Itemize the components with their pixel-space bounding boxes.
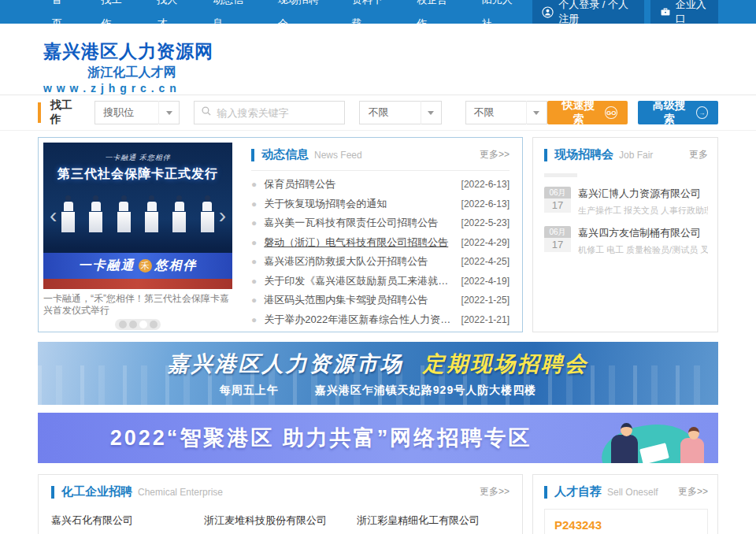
stage-floor <box>43 279 232 289</box>
date-badge: 06月 17 <box>544 226 571 256</box>
chemical-enterprise-more-link[interactable]: 更多>> <box>480 485 510 499</box>
bullet-icon: ● <box>251 314 257 325</box>
news-item[interactable]: ●港区码头范围内集卡驾驶员招聘公告[2022-1-25] <box>251 291 510 310</box>
company-entry-label: 企业入口 <box>676 0 709 26</box>
job-fair-section: 现场招聘会 Job Fair 更多 06月 17 嘉兴汇博人力资源有限公司 生产… <box>532 137 718 332</box>
carousel-next-button[interactable]: › <box>214 203 231 228</box>
filter-select-2[interactable]: 不限 <box>465 101 547 124</box>
talent-card[interactable]: P243243 男 ｜ 嘉兴市-嘉兴港区 ｜ 八年以上 <box>544 509 708 534</box>
news-feed-subtitle: News Feed <box>314 150 362 161</box>
nav-item-school-coop[interactable]: 校企合作 <box>402 0 467 35</box>
news-item[interactable]: ●磐动（浙江）电气科技有限公司招聘公告[2022-4-29] <box>251 233 510 253</box>
advanced-search-button[interactable]: 高级搜索 → <box>638 101 718 124</box>
news-item[interactable]: ●嘉兴港区消防救援大队公开招聘公告[2022-4-25] <box>251 252 510 272</box>
search-tab-label: 找工作 <box>50 98 82 127</box>
nav-item-news[interactable]: 动态信息 <box>198 0 263 35</box>
chemical-enterprise-section: 化工企业招聘 Chemical Enterprise 更多>> 嘉兴石化有限公司… <box>38 474 523 534</box>
user-icon <box>542 6 554 18</box>
nav-item-find-job[interactable]: 找工作 <box>87 0 143 35</box>
bullet-icon: ● <box>251 276 257 287</box>
job-fair-item[interactable]: 06月 17 嘉兴四方友信制桶有限公司 机修工 电工 质量检验员/测试员 叉车.… <box>544 226 708 256</box>
slide-title: 第三代社会保障卡正式发行 <box>43 166 232 183</box>
carousel-dot[interactable] <box>150 321 158 328</box>
chevron-down-icon <box>526 101 547 124</box>
job-fair-item[interactable]: 06月 17 嘉兴汇博人力资源有限公司 生产操作工 报关文员 人事行政助理... <box>544 187 708 217</box>
divider <box>544 173 577 177</box>
top-nav: 首 页 找工作 找人才 动态信息 现场招聘会 资料下载 校企合作 阳光人社 个人… <box>0 0 756 24</box>
banner1-title-white: 嘉兴港区人力资源市场 <box>168 352 404 376</box>
news-item[interactable]: ●保育员招聘公告[2022-6-13] <box>251 175 510 195</box>
job-fair-company-link[interactable]: 嘉兴四方友信制桶有限公司 <box>578 226 708 240</box>
personal-login-button[interactable]: 个人登录 / 个人注册 <box>532 0 644 24</box>
talent-subtitle: Sell Oneself <box>607 487 658 498</box>
company-entry-button[interactable]: 企业入口 <box>650 0 718 24</box>
quick-search-button[interactable]: 快速搜索 GO <box>547 101 628 124</box>
advanced-search-label: 高级搜索 <box>648 98 691 127</box>
carousel-caption[interactable]: 一卡融通，“禾”您相伴！第三代社会保障卡嘉兴首发仪式举行 <box>43 293 232 317</box>
news-more-link[interactable]: 更多>> <box>480 148 510 161</box>
people-illustration <box>573 413 718 463</box>
section-accent-bar <box>544 486 547 499</box>
carousel-slide[interactable]: 一卡融通 禾您相伴 第三代社会保障卡正式发行 一卡融通 禾 悠相伴 ‹ <box>43 143 232 289</box>
date-badge: 06月 17 <box>544 187 571 217</box>
nav-item-job-fair[interactable]: 现场招聘会 <box>264 0 338 35</box>
company-card: 浙江麦堆科技股份有限公司 销售专员 会计 土建主管 <box>204 514 357 534</box>
carousel-dot[interactable] <box>119 321 127 328</box>
company-name-link[interactable]: 嘉兴石化有限公司 <box>51 514 204 528</box>
banner1-address: 嘉兴港区乍浦镇天妃路929号人防大楼四楼 <box>315 384 536 398</box>
arrow-right-icon: → <box>696 106 708 119</box>
online-recruitment-banner[interactable]: 2022“智聚港区 助力共富”网络招聘专区 <box>38 413 718 463</box>
bullet-icon: ● <box>251 295 257 306</box>
slide-banner-strip: 一卡融通 禾 悠相伴 <box>43 253 232 279</box>
talent-title: 人才自荐 <box>554 484 602 499</box>
company-name-link[interactable]: 浙江麦堆科技股份有限公司 <box>204 514 357 528</box>
news-item[interactable]: ●关于举办2022年港区新春综合性人力资源暨春风...[2022-1-21] <box>251 310 510 330</box>
he-logo-icon: 禾 <box>139 259 152 273</box>
company-card: 嘉兴石化有限公司 工艺员 设备管理 警卫（残疾工） <box>51 514 204 534</box>
nav-item-find-talent[interactable]: 找人才 <box>143 0 198 35</box>
carousel-dot-active[interactable] <box>139 321 147 328</box>
banner2-title: 2022“智聚港区 助力共富”网络招聘专区 <box>38 424 573 452</box>
chevron-down-icon <box>158 101 179 124</box>
news-item[interactable]: ●关于印发《嘉兴港区鼓励新员工来港就业补助操作...[2022-4-19] <box>251 272 510 291</box>
job-fair-positions: 生产操作工 报关文员 人事行政助理... <box>578 205 708 217</box>
nav-item-downloads[interactable]: 资料下载 <box>338 0 402 35</box>
bullet-icon: ● <box>251 237 257 248</box>
job-fair-title: 现场招聘会 <box>554 147 613 162</box>
carousel-prev-button[interactable]: ‹ <box>45 203 61 228</box>
news-item[interactable]: ●关于恢复现场招聘会的通知[2022-6-13] <box>251 195 510 214</box>
bullet-icon: ● <box>251 256 257 267</box>
carousel-dot[interactable] <box>129 321 137 328</box>
filter-2-value: 不限 <box>466 106 526 120</box>
site-name: 嘉兴港区人力资源网 <box>43 39 220 64</box>
keyword-search-input[interactable] <box>217 107 338 119</box>
personal-login-label: 个人登录 / 个人注册 <box>558 0 635 26</box>
news-feed-section: 动态信息 News Feed 更多>> ●保育员招聘公告[2022-6-13] … <box>237 138 522 332</box>
carousel: 一卡融通 禾您相伴 第三代社会保障卡正式发行 一卡融通 禾 悠相伴 ‹ <box>39 138 237 332</box>
news-panel: 一卡融通 禾您相伴 第三代社会保障卡正式发行 一卡融通 禾 悠相伴 ‹ <box>38 137 523 332</box>
nav-item-home[interactable]: 首 页 <box>38 0 87 35</box>
job-market-banner[interactable]: 嘉兴港区人力资源市场 定期现场招聘会 每周五上午 嘉兴港区乍浦镇天妃路929号人… <box>38 342 718 405</box>
news-feed-title: 动态信息 <box>261 147 309 162</box>
banner1-schedule: 每周五上午 <box>220 384 279 398</box>
filter-select-1[interactable]: 不限 <box>359 101 441 124</box>
talent-more-link[interactable]: 更多>> <box>678 485 708 499</box>
talent-id-link[interactable]: P243243 <box>554 518 698 532</box>
briefcase-icon <box>660 6 671 17</box>
chemical-enterprise-title: 化工企业招聘 <box>61 484 132 499</box>
chevron-down-icon <box>421 101 441 124</box>
nav-item-sunshine-hr[interactable]: 阳光人社 <box>468 0 532 35</box>
site-url: w w w . z j h g r c . c n <box>43 82 220 95</box>
search-bar: 找工作 搜职位 不限 不限 快速搜索 GO 高级搜索 → <box>0 95 756 131</box>
company-name-link[interactable]: 浙江彩皇精细化工有限公司 <box>357 514 510 528</box>
orange-accent-bar <box>38 102 41 123</box>
news-item[interactable]: ●嘉兴美一瓦科技有限责任公司招聘公告[2022-5-23] <box>251 213 510 233</box>
bullet-icon: ● <box>251 198 257 210</box>
bullet-icon: ● <box>251 179 257 190</box>
section-accent-bar <box>544 149 547 161</box>
job-fair-subtitle: Job Fair <box>619 150 653 161</box>
search-category-select[interactable]: 搜职位 <box>94 101 180 124</box>
job-fair-more-link[interactable]: 更多 <box>689 148 708 161</box>
job-fair-company-link[interactable]: 嘉兴汇博人力资源有限公司 <box>578 187 708 201</box>
filter-1-value: 不限 <box>360 106 420 120</box>
